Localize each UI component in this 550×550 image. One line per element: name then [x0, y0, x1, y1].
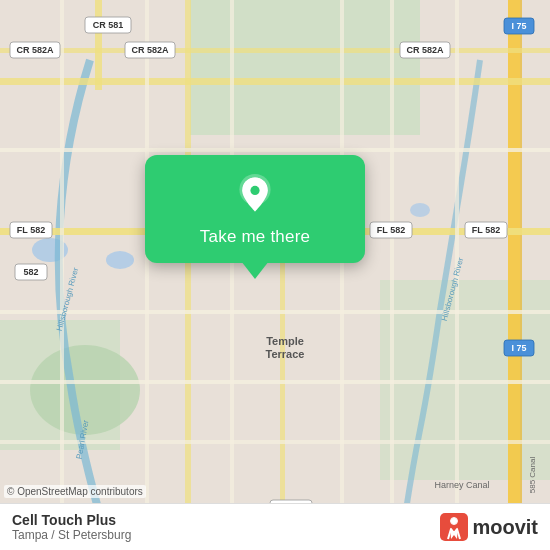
svg-rect-22: [145, 0, 149, 550]
svg-rect-12: [95, 0, 102, 90]
svg-text:CR 582A: CR 582A: [16, 45, 54, 55]
svg-rect-1: [190, 0, 420, 135]
svg-point-8: [410, 203, 430, 217]
svg-text:FL 582: FL 582: [472, 225, 500, 235]
location-pin-icon: [233, 173, 277, 217]
svg-rect-15: [185, 0, 191, 550]
moovit-logo: moovit: [440, 513, 538, 541]
location-info: Cell Touch Plus Tampa / St Petersburg: [12, 512, 131, 542]
svg-point-64: [451, 518, 457, 524]
svg-rect-11: [0, 78, 550, 85]
svg-rect-25: [390, 0, 394, 550]
svg-rect-24: [340, 0, 344, 550]
svg-point-60: [250, 186, 259, 195]
svg-text:585 Canal: 585 Canal: [528, 457, 537, 494]
svg-rect-18: [0, 310, 550, 314]
svg-text:FL 582: FL 582: [377, 225, 405, 235]
svg-text:CR 582A: CR 582A: [131, 45, 169, 55]
svg-point-6: [106, 251, 134, 269]
svg-text:CR 582A: CR 582A: [406, 45, 444, 55]
location-region: Tampa / St Petersburg: [12, 528, 131, 542]
svg-text:FL 582: FL 582: [17, 225, 45, 235]
svg-text:Harney Canal: Harney Canal: [434, 480, 489, 490]
svg-rect-14: [0, 48, 550, 53]
map-attribution: © OpenStreetMap contributors: [4, 485, 146, 498]
svg-rect-17: [0, 148, 550, 152]
svg-text:Terrace: Terrace: [266, 348, 305, 360]
location-name: Cell Touch Plus: [12, 512, 131, 528]
svg-text:582: 582: [23, 267, 38, 277]
map-container: CR 581 CR 582A CR 582A CR 582A I 75 I 75…: [0, 0, 550, 550]
svg-text:CR 581: CR 581: [93, 20, 124, 30]
svg-text:I 75: I 75: [511, 343, 526, 353]
bottom-bar: Cell Touch Plus Tampa / St Petersburg mo…: [0, 503, 550, 550]
moovit-brand-icon: [440, 513, 468, 541]
svg-text:Temple: Temple: [266, 335, 304, 347]
popup-label: Take me there: [200, 227, 310, 247]
svg-rect-23: [230, 0, 234, 550]
popup-card[interactable]: Take me there: [145, 155, 365, 263]
svg-rect-21: [60, 0, 64, 550]
moovit-brand-text: moovit: [472, 516, 538, 539]
svg-text:I 75: I 75: [511, 21, 526, 31]
svg-rect-19: [0, 380, 550, 384]
